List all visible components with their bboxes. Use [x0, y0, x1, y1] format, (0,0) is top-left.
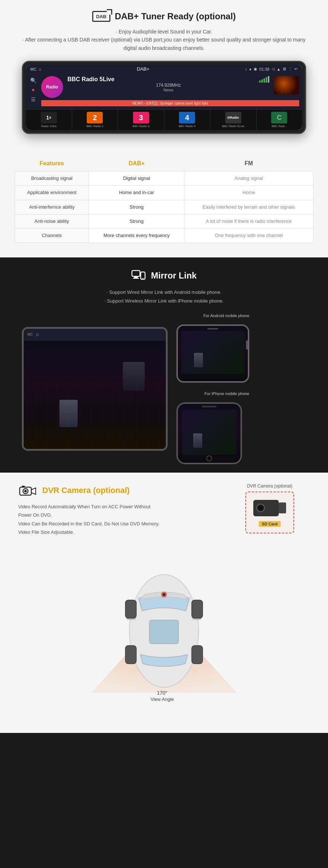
- dvr-camera-label: DVR Camera (optional): [230, 484, 310, 489]
- car-topdown-svg: 170° View Angle: [36, 547, 292, 715]
- dab-icon: DAB: [92, 11, 110, 22]
- dab-subtitle: · Enjoy Audiophile-level Sound in your C…: [22, 28, 306, 52]
- signal-bar-5: [268, 76, 269, 83]
- fm-cell: Easily interfered by terrain and other s…: [184, 200, 313, 214]
- svg-text:170°: 170°: [157, 690, 168, 696]
- statusbar-center-text: DAB+: [137, 66, 149, 72]
- iphone-mockup: [176, 402, 242, 464]
- android-phone-mockup: [176, 324, 249, 383]
- mirror-title: Mirror Link: [151, 271, 196, 281]
- dvr-camera-diagram: DVR Camera (optional) SD Card: [230, 484, 310, 533]
- svg-rect-2: [133, 278, 139, 279]
- iphone-label: For iPhone mobile phone: [176, 391, 249, 396]
- dab-cell: Strong: [89, 214, 184, 228]
- mirror-devices-area: MC ⌂ For Android mobile phone: [22, 312, 306, 465]
- channel-1[interactable]: 1X Radio 1Xtra: [26, 110, 72, 130]
- camera-lens: [256, 504, 265, 512]
- location-icon: ◉: [254, 67, 257, 71]
- svg-rect-0: [132, 271, 140, 276]
- headunit-home: ⌂: [36, 331, 39, 337]
- channel-2[interactable]: 2 BBC Radio 2: [72, 110, 118, 130]
- dab-cell: More channels every frequency: [89, 228, 184, 242]
- svg-point-20: [163, 593, 165, 596]
- feature-cell: Applicable environment: [15, 186, 89, 200]
- table-row: Anti-noise ability Strong A lot of nosie…: [15, 214, 313, 228]
- fm-cell: A lot of nosie if there is radio interfe…: [184, 214, 313, 228]
- android-label: For Android mobile phone: [176, 313, 249, 318]
- statusbar-right: ↕ ♦ ◉ 01:38 ◁ ▲ ⊞ ⋮ ↩: [245, 67, 298, 71]
- channel-list: 1X Radio 1Xtra 2 BBC Radio 2 3 BBC Radio…: [26, 109, 302, 130]
- menu-icon: ⋮: [288, 67, 292, 71]
- eject-icon: ▲: [277, 67, 281, 71]
- svg-rect-1: [134, 276, 138, 278]
- channel-6[interactable]: C BBC Radi...: [257, 110, 302, 130]
- dab-icon-label: DAB: [96, 14, 106, 19]
- col-header-fm: FM: [184, 156, 313, 171]
- feature-cell: Anti-noise ability: [15, 214, 89, 228]
- dab-cell: Strong: [89, 200, 184, 214]
- news-ticker: NEWS - ENT[2]: Springer opera court figh…: [41, 100, 299, 106]
- statusbar-center: DAB+: [137, 66, 149, 72]
- dab-cell: Home and in-car: [89, 186, 184, 200]
- dvr-camera-box: SD Card: [245, 492, 294, 533]
- signal-bar-3: [263, 78, 265, 83]
- car-topdown-view: 170° View Angle: [18, 544, 310, 718]
- phone-devices: For Android mobile phone For iPhone mobi…: [176, 313, 249, 464]
- dab-main-title: DAB+ Tuner Ready (optional): [115, 11, 236, 21]
- svg-rect-8: [22, 486, 25, 488]
- channel-4[interactable]: 4 BBC Radio 4: [164, 110, 211, 130]
- usb-icon: ↕: [245, 67, 247, 71]
- device-mockup: MC ⌂ DAB+ ↕ ♦ ◉ 01:38 ◁ ▲ ⊞ ⋮ ↩: [22, 61, 306, 134]
- radio-info: Radio BBC Radio 5Live: [41, 76, 299, 106]
- dab-title-row: DAB DAB+ Tuner Ready (optional): [22, 11, 306, 22]
- svg-rect-14: [125, 646, 136, 664]
- list-icon[interactable]: ☰: [31, 96, 36, 102]
- svg-rect-12: [125, 600, 136, 618]
- search-icon[interactable]: 🔍: [30, 78, 36, 83]
- mirror-title-row: Mirror Link: [22, 268, 306, 283]
- station-name: BBC Radio 5Live: [67, 76, 114, 83]
- feature-cell: Anti-interfernce ability: [15, 200, 89, 214]
- feature-cell: Channels: [15, 228, 89, 242]
- fm-cell: Analog signal: [184, 171, 313, 186]
- channel-3[interactable]: 3 BBC Radio 3: [118, 110, 164, 130]
- back-icon: ↩: [294, 67, 298, 71]
- dvr-title: DVR Camera (optional): [42, 486, 130, 495]
- signal-bar-2: [261, 79, 263, 83]
- features-section: Features DAB+ FM Broadcasting signal Dig…: [0, 149, 328, 257]
- table-row: Channels More channels every frequency O…: [15, 228, 313, 242]
- svg-point-4: [142, 278, 144, 279]
- screen-content: 🔍 ♥ ☰ Radio BBC Radio 5Live: [26, 73, 302, 109]
- dvr-title-row: DVR Camera (optional): [18, 484, 164, 497]
- heart-icon[interactable]: ♥: [32, 87, 35, 93]
- usb2-icon: ♦: [249, 67, 251, 71]
- svg-point-7: [24, 490, 27, 492]
- home-icon[interactable]: ⌂: [39, 67, 41, 71]
- dvr-section: DVR Camera (optional) Video Record Autom…: [0, 473, 328, 733]
- headunit-mc: MC: [27, 332, 33, 336]
- fm-cell: One frequency with one channel: [184, 228, 313, 242]
- mirror-description: · Support Wired Mirror Link with Android…: [22, 288, 306, 305]
- radio-logo: Radio: [41, 76, 63, 98]
- dab-section: DAB DAB+ Tuner Ready (optional) · Enjoy …: [0, 0, 328, 149]
- signal-bar-4: [266, 77, 267, 83]
- table-row: Broadcasting signal Digital signal Analo…: [15, 171, 313, 186]
- mc-label: MC: [30, 67, 36, 71]
- svg-rect-15: [192, 646, 203, 664]
- sd-card-label: SD Card: [259, 521, 280, 527]
- mirror-section: Mirror Link · Support Wired Mirror Link …: [0, 257, 328, 473]
- signal-bar-1: [259, 80, 261, 83]
- station-thumbnail: [274, 76, 299, 94]
- car-headunit-mockup: MC ⌂: [22, 327, 168, 451]
- dvr-description: Video Record Automatically When Turn on …: [18, 502, 164, 537]
- fm-cell: Home: [184, 186, 313, 200]
- col-header-dab: DAB+: [89, 156, 184, 171]
- screen-sidebar: 🔍 ♥ ☰: [29, 76, 38, 106]
- col-header-features: Features: [15, 156, 89, 171]
- station-genre: News: [67, 88, 269, 92]
- volume-icon: ◁: [272, 67, 274, 71]
- screen-statusbar: MC ⌂ DAB+ ↕ ♦ ◉ 01:38 ◁ ▲ ⊞ ⋮ ↩: [26, 65, 302, 73]
- channel-5[interactable]: DRadio BBC Radio 5Live: [210, 110, 257, 130]
- table-row: Applicable environment Home and in-car H…: [15, 186, 313, 200]
- table-row: Anti-interfernce ability Strong Easily i…: [15, 200, 313, 214]
